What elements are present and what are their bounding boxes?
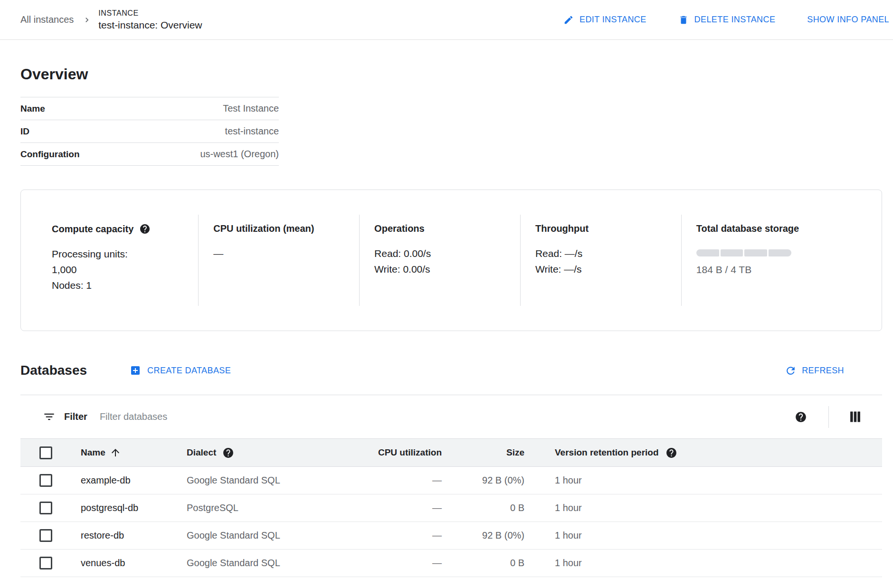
database-size: 0 B: [442, 558, 524, 569]
refresh-button[interactable]: REFRESH: [785, 365, 844, 377]
database-dialect: Google Standard SQL: [187, 475, 280, 486]
chevron-right-icon: [82, 15, 92, 25]
create-database-button[interactable]: CREATE DATABASE: [130, 365, 231, 376]
database-size: 92 B (0%): [442, 475, 524, 486]
metric-total-database-storage: Total database storage 184 B / 4 TB: [681, 190, 882, 331]
page-title: test-instance: Overview: [98, 19, 202, 31]
header-dialect: Dialect: [187, 447, 304, 459]
database-retention: 1 hour: [555, 475, 582, 486]
filter-list-icon: [43, 410, 56, 423]
overview-row-name: Name Test Instance: [20, 97, 279, 120]
database-name[interactable]: restore-db: [81, 530, 124, 541]
database-retention: 1 hour: [555, 503, 582, 513]
database-size: 92 B (0%): [442, 530, 524, 541]
select-all-checkbox[interactable]: [39, 446, 52, 459]
storage-capacity-bar: [696, 249, 791, 256]
database-name[interactable]: example-db: [81, 475, 131, 486]
instance-kicker: INSTANCE: [98, 8, 202, 19]
overview-row-configuration: Configuration us-west1 (Oregon): [20, 143, 279, 166]
storage-usage-text: 184 B / 4 TB: [696, 264, 872, 275]
top-app-bar: All instances INSTANCE test-instance: Ov…: [0, 0, 893, 40]
database-retention: 1 hour: [555, 558, 582, 569]
database-dialect: PostgreSQL: [187, 503, 238, 513]
database-retention: 1 hour: [555, 530, 582, 541]
show-info-panel-button[interactable]: SHOW INFO PANEL: [807, 15, 889, 25]
header-size: Size: [442, 447, 524, 458]
table-toolbar-right: [795, 406, 861, 428]
storage-bar-segment: [744, 249, 767, 256]
sort-ascending-icon: [110, 447, 121, 458]
database-name[interactable]: venues-db: [81, 558, 125, 569]
overview-heading: Overview: [20, 65, 882, 84]
help-icon[interactable]: [222, 447, 234, 459]
overview-row-id: ID test-instance: [20, 120, 279, 143]
instance-metrics-card: Compute capacity Processing units: 1,000…: [20, 190, 882, 331]
database-cpu: —: [304, 503, 442, 513]
databases-section-head: Databases CREATE DATABASE REFRESH: [20, 360, 882, 380]
topbar-actions: EDIT INSTANCE DELETE INSTANCE SHOW INFO …: [563, 15, 889, 25]
column-display-options-icon[interactable]: [850, 410, 861, 423]
add-box-icon: [130, 365, 141, 376]
header-checkbox-cell: [20, 446, 81, 459]
row-checkbox[interactable]: [39, 557, 52, 569]
metric-cpu-utilization: CPU utilization (mean) —: [198, 190, 359, 331]
metric-operations: Operations Read: 0.00/s Write: 0.00/s: [359, 190, 520, 331]
storage-bar-segment: [769, 249, 791, 256]
toolbar-divider: [828, 406, 829, 428]
database-cpu: —: [304, 558, 442, 569]
table-row[interactable]: example-db Google Standard SQL — 92 B (0…: [20, 467, 882, 494]
databases-heading: Databases: [20, 363, 87, 378]
filter-label: Filter: [64, 411, 87, 422]
database-cpu: —: [304, 530, 442, 541]
overview-table: Name Test Instance ID test-instance Conf…: [20, 97, 279, 166]
header-version-retention-period: Version retention period: [524, 447, 882, 459]
table-row[interactable]: venues-db Google Standard SQL — 0 B 1 ho…: [20, 550, 882, 577]
databases-table-card: Filter Name: [20, 395, 882, 577]
database-cpu: —: [304, 475, 442, 486]
metric-compute-capacity: Compute capacity Processing units: 1,000…: [21, 190, 198, 331]
help-icon[interactable]: [665, 447, 677, 459]
header-cpu-utilization: CPU utilization: [304, 447, 442, 458]
row-checkbox[interactable]: [39, 474, 52, 487]
header-name[interactable]: Name: [81, 447, 187, 458]
breadcrumb-all-instances[interactable]: All instances: [20, 14, 74, 25]
filter-databases-input[interactable]: [100, 411, 795, 422]
row-checkbox[interactable]: [39, 529, 52, 542]
help-icon[interactable]: [795, 411, 807, 423]
table-row[interactable]: postgresql-db PostgreSQL — 0 B 1 hour: [20, 494, 882, 522]
row-checkbox[interactable]: [39, 502, 52, 514]
database-dialect: Google Standard SQL: [187, 530, 280, 541]
trash-icon: [678, 15, 689, 25]
database-dialect: Google Standard SQL: [187, 558, 280, 569]
page-title-block: INSTANCE test-instance: Overview: [98, 8, 202, 31]
pencil-icon: [563, 15, 574, 25]
metric-throughput: Throughput Read: —/s Write: —/s: [520, 190, 681, 331]
help-icon[interactable]: [139, 223, 151, 235]
refresh-icon: [785, 365, 797, 377]
storage-bar-segment: [721, 249, 743, 256]
table-row[interactable]: restore-db Google Standard SQL — 92 B (0…: [20, 522, 882, 550]
storage-bar-segment: [696, 249, 719, 256]
table-header-row: Name Dialect CPU utilization Size Versio…: [20, 438, 882, 467]
delete-instance-button[interactable]: DELETE INSTANCE: [678, 15, 776, 25]
edit-instance-button[interactable]: EDIT INSTANCE: [563, 15, 646, 25]
database-size: 0 B: [442, 503, 524, 513]
filter-row: Filter: [20, 395, 882, 438]
database-name[interactable]: postgresql-db: [81, 503, 138, 513]
